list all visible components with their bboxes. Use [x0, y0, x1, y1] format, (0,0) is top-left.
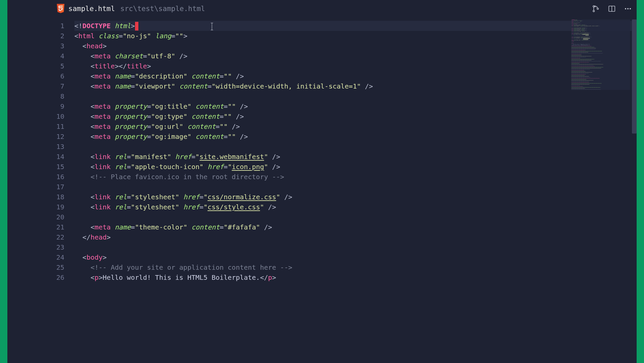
line-number: 22 [50, 232, 64, 242]
line-number: 20 [50, 212, 64, 222]
line-number: 18 [50, 192, 64, 202]
code-line[interactable]: <link rel="stylesheet" href="css/normali… [74, 192, 637, 202]
code-line[interactable]: <meta name="description" content="" /> [74, 71, 637, 81]
line-number: 5 [50, 61, 64, 71]
code-line[interactable]: <title></title> [74, 61, 637, 71]
line-number: 15 [50, 162, 64, 172]
code-line[interactable] [74, 212, 637, 222]
compare-changes-icon[interactable] [591, 4, 600, 13]
code-line[interactable] [74, 182, 637, 192]
line-number: 3 [50, 41, 64, 51]
line-number: 16 [50, 172, 64, 182]
editor-group: sample.html src\test\sample.html [50, 0, 637, 363]
line-number-gutter: 1234567891011121314151617181920212223242… [50, 17, 74, 363]
svg-point-1 [593, 10, 594, 12]
svg-point-2 [597, 8, 598, 9]
text-caret-icon [212, 23, 212, 30]
code-line[interactable]: <body> [74, 252, 637, 262]
code-line[interactable]: <!-- Place favicon.ico in the root direc… [74, 172, 637, 182]
line-number: 25 [50, 262, 64, 272]
split-editor-icon[interactable] [607, 4, 617, 13]
svg-point-7 [630, 8, 631, 9]
line-number: 17 [50, 182, 64, 192]
code-line[interactable]: <meta property="og:type" content="" /> [74, 111, 637, 121]
line-number: 9 [50, 101, 64, 111]
code-line[interactable]: <meta name="theme-color" content="#fafaf… [74, 222, 637, 232]
line-number: 12 [50, 132, 64, 142]
html5-file-icon [56, 4, 65, 14]
code-line[interactable]: <meta charset="utf-8" /> [74, 51, 637, 61]
code-area[interactable]: <!DOCTYPE html><html class="no-js" lang=… [74, 17, 637, 363]
code-line[interactable] [74, 142, 637, 152]
line-number: 2 [50, 31, 64, 41]
svg-point-6 [627, 8, 629, 9]
editor-window: sample.html src\test\sample.html [7, 0, 637, 363]
code-line[interactable]: <meta property="og:url" content="" /> [74, 121, 637, 132]
line-number: 23 [50, 242, 64, 252]
scrollbar-thumb[interactable] [632, 19, 637, 134]
code-line[interactable]: <link rel="stylesheet" href="css/style.c… [74, 202, 637, 212]
line-number: 24 [50, 252, 64, 262]
code-line[interactable]: <meta name="viewport" content="width=dev… [74, 81, 637, 91]
code-line[interactable]: <p>Hello world! This is HTML5 Boilerplat… [74, 272, 637, 282]
code-line[interactable]: <!-- Add your site or application conten… [74, 262, 637, 272]
code-line[interactable]: <html class="no-js" lang=""> [74, 31, 637, 41]
more-actions-icon[interactable] [623, 4, 633, 13]
svg-point-5 [625, 8, 626, 9]
line-number: 10 [50, 111, 64, 121]
tab-filepath: src\test\sample.html [120, 5, 205, 13]
line-number: 1 [50, 21, 64, 31]
code-line[interactable]: <link rel="manifest" href="site.webmanif… [74, 152, 637, 162]
tab-sample-html[interactable]: sample.html src\test\sample.html [50, 0, 211, 17]
code-line[interactable]: <!DOCTYPE html> [74, 21, 637, 31]
cursor [135, 22, 138, 31]
code-line[interactable]: </head> [74, 232, 637, 242]
tab-bar: sample.html src\test\sample.html [50, 0, 637, 17]
code-editor[interactable]: 1234567891011121314151617181920212223242… [50, 17, 637, 363]
line-number: 8 [50, 91, 64, 101]
code-line[interactable]: <head> [74, 41, 637, 51]
line-number: 11 [50, 121, 64, 132]
line-number: 21 [50, 222, 64, 232]
line-number: 14 [50, 152, 64, 162]
vertical-scrollbar[interactable] [631, 17, 637, 363]
tab-actions [591, 4, 633, 13]
line-number: 13 [50, 142, 64, 152]
minimap[interactable]: <!DOCTYPE html><html class="no-js" lang=… [571, 19, 630, 90]
code-line[interactable] [74, 91, 637, 101]
line-number: 26 [50, 272, 64, 282]
code-line[interactable]: <link rel="apple-touch-icon" href="icon.… [74, 162, 637, 172]
line-number: 19 [50, 202, 64, 212]
line-number: 7 [50, 81, 64, 91]
code-line[interactable]: <meta property="og:image" content="" /> [74, 132, 637, 142]
tab-filename: sample.html [68, 5, 115, 13]
code-line[interactable]: <meta property="og:title" content="" /> [74, 101, 637, 111]
line-number: 6 [50, 71, 64, 81]
line-number: 4 [50, 51, 64, 61]
code-line[interactable] [74, 242, 637, 252]
